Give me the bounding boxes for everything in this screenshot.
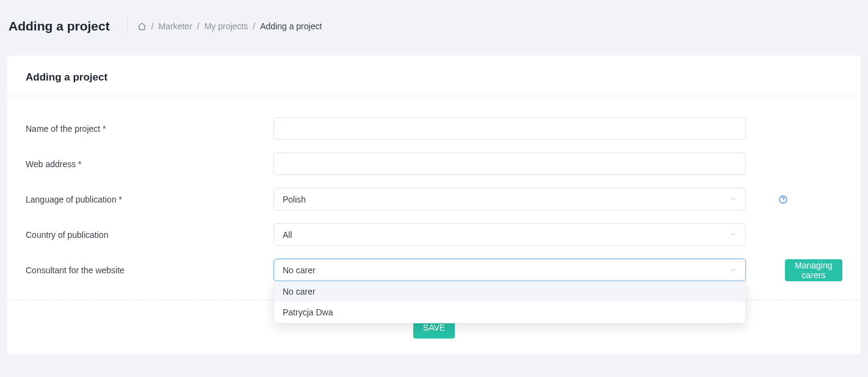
language-label: Language of publication * (26, 195, 273, 204)
consultant-label: Consultant for the website (26, 265, 273, 275)
web-address-label: Web address * (26, 159, 273, 169)
help-icon[interactable] (778, 194, 789, 205)
page-title: Adding a project (9, 17, 128, 35)
form-card: Adding a project Name of the project * W… (7, 56, 861, 300)
breadcrumb-current: Adding a project (260, 21, 322, 31)
breadcrumb-my-projects[interactable]: My projects (204, 21, 248, 31)
breadcrumb-separator: / (151, 21, 154, 31)
card-title: Adding a project (7, 56, 861, 96)
consultant-selected-value: No carer (283, 265, 316, 275)
chevron-down-icon (729, 195, 737, 204)
country-label: Country of publication (26, 230, 273, 240)
language-select[interactable]: Polish (273, 188, 746, 210)
country-selected-value: All (283, 230, 292, 240)
dropdown-option-patrycja-dwa[interactable]: Patrycja Dwa (274, 302, 745, 323)
dropdown-option-no-carer[interactable]: No carer (274, 281, 745, 302)
home-icon[interactable] (137, 21, 146, 31)
language-selected-value: Polish (283, 195, 306, 204)
breadcrumb-separator: / (253, 21, 255, 31)
managing-carers-button[interactable]: Managing carers (785, 259, 842, 281)
name-input[interactable] (273, 117, 746, 140)
breadcrumb-separator: / (197, 21, 200, 31)
consultant-dropdown: No carer Patrycja Dwa (273, 281, 746, 323)
chevron-down-icon (729, 265, 737, 275)
web-address-input[interactable] (273, 153, 746, 175)
breadcrumb-marketer[interactable]: Marketer (159, 21, 192, 31)
svg-point-1 (783, 201, 783, 202)
chevron-down-icon (729, 230, 737, 240)
country-select[interactable]: All (273, 223, 746, 246)
consultant-select[interactable]: No carer (273, 259, 746, 281)
breadcrumb: / Marketer / My projects / Adding a proj… (137, 21, 322, 31)
name-label: Name of the project * (26, 124, 273, 134)
